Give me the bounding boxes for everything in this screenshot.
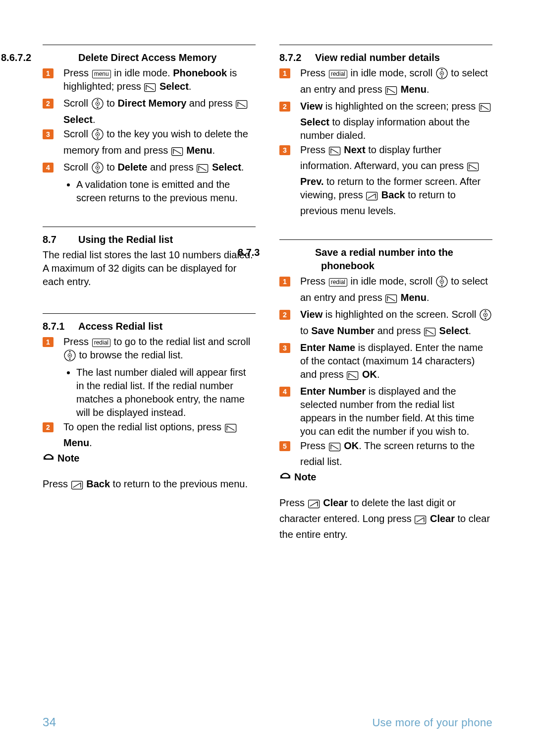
- step: 1 Press menu in idle mode. Phonebook is …: [43, 66, 256, 96]
- heading: 8.6.7.2Delete Direct Access Memory: [43, 51, 256, 64]
- sub-bullet: A validation tone is emitted and the scr…: [76, 178, 256, 205]
- nav-pad-icon: [92, 98, 104, 113]
- soft-left-icon: [424, 327, 436, 340]
- step: 2 To open the redial list options, press…: [43, 420, 256, 450]
- soft-right-icon: [366, 191, 378, 204]
- columns: 8.6.7.2Delete Direct Access Memory 1 Pre…: [43, 45, 492, 557]
- heading-title: Delete Direct Access Memory: [78, 52, 216, 63]
- step-text: Press OK. The screen returns to the redi…: [300, 440, 475, 467]
- sub-bullet: The last number dialed will appear first…: [76, 366, 256, 419]
- section-8-7-3: 8.7.3Save a redial number into the phone…: [279, 246, 492, 557]
- step: 2 View is highlighted on the screen. Scr…: [279, 308, 492, 340]
- step-text: Press Next to display further informatio…: [300, 144, 481, 216]
- step-text: Scroll to Direct Memory and press Select…: [63, 98, 248, 125]
- step-text: To open the redial list options, press M…: [63, 421, 237, 448]
- step-number-icon: 1: [43, 68, 54, 78]
- section-rule: [43, 313, 256, 314]
- redial-key-icon: redial: [92, 339, 110, 347]
- step: 4 Scroll to Delete and press Select. A v…: [43, 161, 256, 205]
- soft-left-icon: [144, 82, 156, 96]
- heading-number: 8.7.3: [279, 246, 315, 259]
- heading-title: Save a redial number into the phonebook: [315, 247, 453, 271]
- step: 2 View is highlighted on the screen; pre…: [279, 100, 492, 142]
- soft-left-icon: [385, 293, 397, 307]
- soft-left-icon: [479, 102, 491, 116]
- step: 4 Enter Number is displayed and the sele…: [279, 385, 492, 438]
- heading-number: 8.7: [43, 233, 78, 246]
- step-number-icon: 1: [279, 277, 290, 287]
- step-number-icon: 2: [279, 310, 290, 320]
- step-text: Enter Number is displayed and the select…: [300, 386, 474, 437]
- section-rule: [43, 45, 256, 45]
- step-number-icon: 4: [279, 387, 290, 397]
- nav-pad-icon: [480, 309, 491, 324]
- step-text: Press redial to go to the redial list an…: [63, 336, 250, 360]
- soft-left-icon: [171, 146, 183, 160]
- note-heading: Note: [279, 470, 492, 486]
- right-column: 8.7.2View redial number details 1 Press …: [279, 45, 492, 557]
- step-number-icon: 1: [279, 68, 290, 78]
- heading-title: View redial number details: [315, 52, 440, 63]
- step-number-icon: 2: [279, 102, 290, 112]
- step-text: Enter Name is displayed. Enter the name …: [300, 342, 483, 380]
- step-text: Scroll to the key you wish to delete the…: [63, 128, 248, 156]
- heading: 8.7.2View redial number details: [279, 51, 492, 64]
- heading: 8.7Using the Redial list: [43, 233, 256, 246]
- step: 1 Press redial to go to the redial list …: [43, 335, 256, 419]
- step: 1 Press redial in idle mode, scroll to s…: [279, 275, 492, 307]
- soft-left-icon: [225, 423, 237, 436]
- nav-pad-icon: [92, 128, 104, 144]
- step: 5 Press OK. The screen returns to the re…: [279, 439, 492, 468]
- nav-pad-icon: [436, 276, 448, 291]
- step: 2 Scroll to Direct Memory and press Sele…: [43, 97, 256, 126]
- section-rule: [279, 239, 492, 240]
- menu-key-icon: menu: [92, 70, 111, 78]
- page-number: 34: [43, 714, 56, 730]
- nav-pad-icon: [92, 162, 104, 177]
- soft-right-icon: [415, 515, 427, 528]
- step-text: View is highlighted on the screen. Scrol…: [300, 309, 492, 336]
- soft-left-icon: [347, 370, 359, 384]
- step-text: Press redial in idle mode, scroll to sel…: [300, 67, 488, 95]
- note-icon: [279, 472, 291, 486]
- section-8-6-7-2: 8.6.7.2Delete Direct Access Memory 1 Pre…: [43, 51, 256, 218]
- nav-pad-icon: [436, 67, 448, 83]
- step-number-icon: 2: [43, 422, 54, 432]
- step: 3 Enter Name is displayed. Enter the nam…: [279, 341, 492, 384]
- step-number-icon: 3: [279, 145, 290, 155]
- redial-key-icon: redial: [329, 278, 347, 287]
- soft-left-icon: [385, 85, 397, 99]
- step-number-icon: 3: [43, 129, 54, 139]
- soft-left-icon: [329, 146, 341, 159]
- step-number-icon: 1: [43, 337, 54, 347]
- note-icon: [43, 453, 54, 467]
- step-number-icon: 3: [279, 343, 290, 353]
- section-8-7: 8.7Using the Redial list The redial list…: [43, 233, 256, 304]
- step-number-icon: 5: [279, 441, 290, 451]
- nav-pad-icon: [64, 349, 76, 365]
- note-text: Press Back to return to the previous men…: [43, 477, 256, 493]
- step-text: Scroll to Delete and press Select.: [63, 162, 244, 173]
- redial-key-icon: redial: [329, 70, 347, 78]
- heading-number: 8.6.7.2: [43, 51, 78, 64]
- section-8-7-1: 8.7.1Access Redial list 1 Press redial t…: [43, 320, 256, 509]
- heading: 8.7.3Save a redial number into the phone…: [279, 246, 492, 273]
- soft-left-icon: [236, 99, 248, 113]
- heading-number: 8.7.1: [43, 320, 78, 333]
- soft-left-icon: [467, 162, 479, 175]
- section-8-7-2: 8.7.2View redial number details 1 Press …: [279, 51, 492, 231]
- soft-left-icon: [329, 442, 341, 455]
- step-number-icon: 2: [43, 99, 54, 109]
- soft-right-icon: [308, 499, 320, 512]
- heading: 8.7.1Access Redial list: [43, 320, 256, 333]
- step-text: View is highlighted on the screen; press…: [300, 101, 491, 141]
- step: 3 Press Next to display further informat…: [279, 143, 492, 218]
- section-rule: [279, 45, 492, 45]
- section-rule: [43, 227, 256, 227]
- heading-number: 8.7.2: [279, 51, 315, 64]
- left-column: 8.6.7.2Delete Direct Access Memory 1 Pre…: [43, 45, 256, 557]
- step-number-icon: 4: [43, 163, 54, 173]
- manual-page: 8.6.7.2Delete Direct Access Memory 1 Pre…: [0, 0, 535, 756]
- footer-title: Use more of your phone: [372, 715, 492, 730]
- soft-right-icon: [71, 480, 83, 493]
